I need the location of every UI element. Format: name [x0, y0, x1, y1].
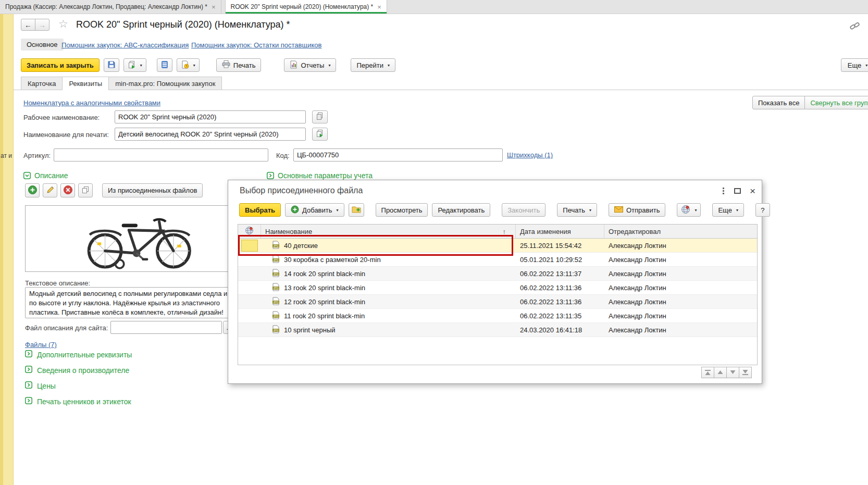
create-based-on-icon	[128, 60, 136, 70]
save-and-close-button[interactable]: Записать и закрыть	[21, 58, 100, 72]
go-next-button[interactable]	[726, 367, 739, 378]
edit-button[interactable]: Редактировать	[432, 203, 490, 217]
files-link[interactable]: Файлы (7)	[25, 341, 57, 349]
create-based-on-button[interactable]: ▾	[123, 58, 146, 72]
new-folder-button[interactable]	[349, 203, 364, 217]
show-all-button[interactable]: Показать все	[752, 96, 805, 109]
work-name-label: Рабочее наименование:	[23, 114, 100, 121]
work-name-input[interactable]	[115, 110, 306, 123]
forward-button[interactable]: →	[35, 19, 49, 31]
dialog-menu-icon[interactable]	[722, 186, 725, 195]
jpg-file-icon: JPG	[272, 255, 280, 265]
table-row[interactable]: JPG 11 rook 20 sprint black-min 06.02.20…	[238, 309, 757, 323]
chevron-right-icon	[25, 381, 32, 390]
maximize-icon[interactable]	[734, 188, 741, 194]
add-image-button[interactable]	[25, 183, 40, 197]
go-first-button[interactable]	[701, 367, 714, 378]
structure-list-button[interactable]	[157, 58, 172, 72]
form-tab-bar: Карточка Реквизиты min-max.pro: Помощник…	[14, 77, 868, 90]
add-button[interactable]: Добавить ▾	[285, 203, 344, 217]
reports-button[interactable]: Отчеты ▾	[284, 58, 336, 72]
jpg-file-icon: JPG	[272, 269, 280, 279]
code-input[interactable]	[293, 148, 503, 161]
dialog-print-button[interactable]: Печать ▾	[557, 203, 597, 217]
table-row[interactable]: JPG 14 rook 20 sprint black-min 06.02.20…	[238, 267, 757, 281]
jpg-file-icon: JPG	[272, 297, 280, 307]
similar-items-link[interactable]: Номенклатура с аналогичными свойствами	[23, 99, 160, 107]
delete-image-button[interactable]	[60, 183, 75, 197]
code-label: Код:	[276, 152, 290, 159]
collapsed-section-header[interactable]: Дополнительные реквизиты	[25, 350, 132, 359]
edit-image-button[interactable]	[43, 183, 57, 197]
table-row[interactable]: JPG 12 rook 20 sprint black-min 06.02.20…	[238, 295, 757, 309]
section-description-header[interactable]: Описание	[34, 171, 68, 180]
work-name-copy-button[interactable]	[312, 110, 328, 123]
site-file-input[interactable]	[110, 321, 222, 334]
save-button[interactable]	[104, 58, 119, 72]
window-tab[interactable]: ROOK 20" Sprint черный (2020) (Номенклат…	[225, 0, 387, 14]
svg-text:JPG: JPG	[273, 272, 279, 275]
print-name-input[interactable]	[115, 128, 306, 141]
go-previous-button[interactable]	[714, 367, 727, 378]
from-attached-files-button[interactable]: Из присоединенных файлов	[102, 183, 203, 197]
collapse-all-groups-button[interactable]: Свернуть все групп	[805, 96, 868, 109]
close-icon[interactable]: ×	[750, 188, 755, 195]
collapsed-section-header[interactable]: Сведения о производителе	[25, 366, 132, 375]
back-button[interactable]: ←	[21, 19, 35, 31]
chevron-right-icon	[25, 366, 32, 375]
page-title: ROOK 20" Sprint черный (2020) (Номенклат…	[76, 19, 290, 30]
background-panel-strip: ат и	[0, 14, 14, 485]
table-row[interactable]: JPG 13 rook 20 sprint black-min 06.02.20…	[238, 281, 757, 295]
form-tab[interactable]: Реквизиты	[62, 77, 109, 90]
print-name-label: Наименование для печати:	[23, 131, 109, 139]
nav-link-abc-classification[interactable]: Помощник закупок: АВС-классификация	[61, 41, 189, 49]
app-window: Продажа (Кассир: Александр Локтин, Прода…	[0, 0, 868, 485]
collapsed-section-header[interactable]: Печать ценников и этикеток	[25, 397, 132, 406]
nav-link-supplier-stock[interactable]: Помощник закупок: Остатки поставщиков	[191, 41, 321, 49]
form-tab[interactable]: Карточка	[21, 77, 63, 90]
table-row[interactable]: JPG 40 детские 25.11.2021 15:54:42 Алекс…	[238, 239, 757, 253]
current-row-marker	[241, 240, 258, 252]
svg-text:JPG: JPG	[273, 286, 279, 289]
print-name-fill-button[interactable]	[312, 128, 328, 141]
get-link-icon[interactable]	[849, 21, 861, 33]
print-button[interactable]: Печать	[216, 58, 262, 72]
more-button[interactable]: Еще ▾	[841, 58, 868, 72]
chevron-down-icon[interactable]	[23, 172, 31, 181]
document-history-button[interactable]: ▾	[177, 58, 200, 72]
nav-item-main[interactable]: Основное	[21, 39, 64, 51]
table-row[interactable]: JPG 10 sprint черный 24.03.2020 16:41:18…	[238, 323, 757, 337]
goto-button[interactable]: Перейти ▾	[351, 58, 395, 72]
bicycle-image	[61, 208, 218, 269]
editor-column-header[interactable]: Отредактировал	[604, 225, 757, 238]
text-description-label: Текстовое описание:	[25, 279, 90, 287]
tab-close-icon[interactable]: ×	[212, 3, 216, 11]
product-image[interactable]	[25, 205, 254, 272]
globe-pin-icon	[681, 205, 690, 216]
select-button[interactable]: Выбрать	[239, 203, 281, 217]
dialog-more-button[interactable]: Еще ▾	[712, 203, 743, 217]
name-column-header[interactable]: Наименование ↑	[261, 225, 516, 238]
help-button[interactable]: ?	[755, 203, 770, 217]
pencil-icon	[46, 185, 55, 196]
send-button[interactable]: Отправить	[609, 203, 665, 217]
chevron-right-icon	[25, 397, 32, 406]
article-input[interactable]	[54, 148, 268, 161]
date-column-header[interactable]: Дата изменения	[516, 225, 604, 238]
site-file-label: Файл описания для сайта:	[25, 324, 108, 332]
section-main-params-header[interactable]: Основные параметры учета	[278, 171, 373, 180]
tab-close-icon[interactable]: ×	[377, 3, 381, 11]
go-last-button[interactable]	[739, 367, 752, 378]
window-tab[interactable]: Продажа (Кассир: Александр Локтин, Прода…	[0, 0, 221, 14]
barcodes-link[interactable]: Штрихкоды (1)	[507, 151, 553, 159]
copy-image-button[interactable]	[78, 183, 93, 197]
web-link-button[interactable]: ▾	[677, 203, 701, 217]
copy-pages-green-icon	[316, 129, 324, 139]
form-tab[interactable]: min-max.pro: Помощник закупок	[108, 77, 222, 90]
image-toolbar: Из присоединенных файлов	[25, 183, 203, 197]
collapsed-section-header[interactable]: Цены	[25, 381, 132, 390]
web-link-column-header[interactable]	[238, 225, 261, 238]
favorite-star-icon[interactable]: ☆	[58, 18, 68, 30]
table-row[interactable]: JPG 30 коробка с разметкой 20-min 05.01.…	[238, 253, 757, 267]
view-button[interactable]: Просмотреть	[376, 203, 428, 217]
